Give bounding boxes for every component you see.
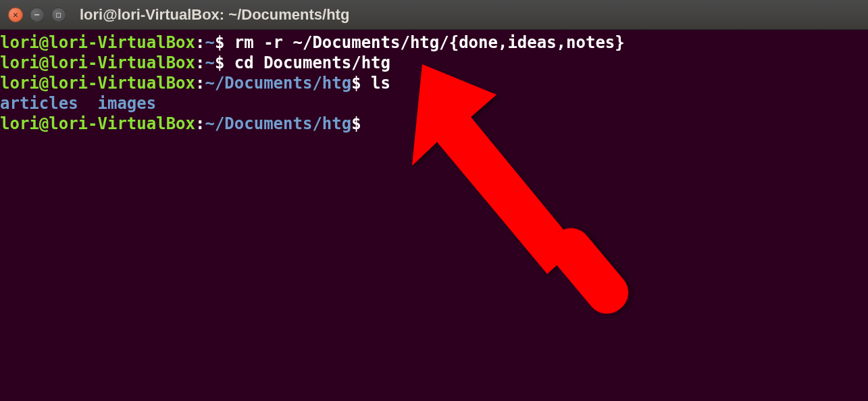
terminal-body[interactable]: lori@lori-VirtualBox:~$ rm -r ~/Document… — [0, 30, 868, 134]
maximize-icon: ◻ — [56, 9, 61, 20]
prompt-colon: : — [195, 53, 205, 72]
minimize-icon: − — [34, 9, 40, 20]
maximize-button[interactable]: ◻ — [51, 7, 66, 22]
terminal-line: lori@lori-VirtualBox:~/Documents/htg$ ls — [0, 73, 868, 93]
window-title: lori@lori-VirtualBox: ~/Documents/htg — [80, 6, 349, 24]
command-text: rm -r ~/Documents/htg/{done,ideas,notes} — [234, 33, 625, 52]
command-text: cd Documents/htg — [234, 53, 390, 72]
terminal-current-line: lori@lori-VirtualBox:~/Documents/htg$ — [0, 114, 868, 134]
terminal-line: lori@lori-VirtualBox:~$ cd Documents/htg — [0, 53, 868, 73]
prompt-path: ~/Documents/htg — [205, 114, 351, 133]
window-controls: ✕ − ◻ — [8, 7, 66, 22]
prompt-dollar: $ — [351, 114, 371, 133]
prompt-user-host: lori@lori-VirtualBox — [0, 114, 195, 133]
terminal-line: lori@lori-VirtualBox:~$ rm -r ~/Document… — [0, 32, 868, 53]
prompt-user-host: lori@lori-VirtualBox — [0, 53, 195, 72]
terminal-output: articles images — [0, 93, 868, 114]
prompt-path: ~ — [205, 53, 214, 72]
prompt-user-host: lori@lori-VirtualBox — [0, 33, 195, 52]
minimize-button[interactable]: − — [30, 7, 45, 22]
command-text: ls — [371, 74, 390, 93]
prompt-dollar: $ — [351, 74, 371, 93]
prompt-path: ~ — [205, 33, 214, 52]
close-icon: ✕ — [13, 9, 18, 20]
prompt-dollar: $ — [215, 53, 234, 72]
close-button[interactable]: ✕ — [8, 7, 23, 22]
prompt-user-host: lori@lori-VirtualBox — [0, 74, 195, 93]
titlebar: ✕ − ◻ lori@lori-VirtualBox: ~/Documents/… — [0, 0, 868, 30]
prompt-dollar: $ — [215, 33, 234, 52]
prompt-path: ~/Documents/htg — [205, 74, 351, 93]
directory-listing: articles images — [0, 94, 156, 113]
svg-rect-1 — [542, 220, 637, 322]
prompt-colon: : — [195, 33, 205, 52]
prompt-colon: : — [195, 74, 205, 93]
prompt-colon: : — [195, 114, 205, 133]
